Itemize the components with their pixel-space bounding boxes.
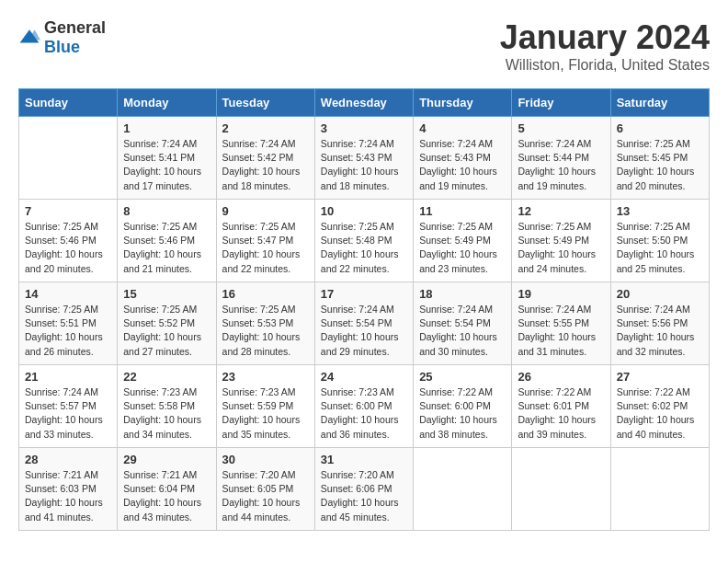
- week-row-3: 14Sunrise: 7:25 AMSunset: 5:51 PMDayligh…: [19, 282, 710, 365]
- title-area: January 2024 Williston, Florida, United …: [500, 18, 710, 74]
- week-row-2: 7Sunrise: 7:25 AMSunset: 5:46 PMDaylight…: [19, 200, 710, 282]
- calendar-cell: 22Sunrise: 7:23 AMSunset: 5:58 PMDayligh…: [118, 365, 216, 448]
- calendar-cell: 17Sunrise: 7:24 AMSunset: 5:54 PMDayligh…: [314, 282, 413, 365]
- day-info: Sunrise: 7:20 AMSunset: 6:06 PMDaylight:…: [321, 468, 407, 524]
- calendar-cell: [610, 448, 709, 531]
- day-number: 3: [321, 121, 407, 135]
- calendar-cell: 23Sunrise: 7:23 AMSunset: 5:59 PMDayligh…: [216, 365, 314, 448]
- day-number: 26: [518, 370, 604, 384]
- calendar-cell: 26Sunrise: 7:22 AMSunset: 6:01 PMDayligh…: [512, 365, 610, 448]
- week-row-1: 1Sunrise: 7:24 AMSunset: 5:41 PMDaylight…: [19, 117, 710, 200]
- day-info: Sunrise: 7:24 AMSunset: 5:44 PMDaylight:…: [518, 137, 604, 193]
- day-info: Sunrise: 7:25 AMSunset: 5:47 PMDaylight:…: [222, 220, 309, 276]
- day-info: Sunrise: 7:24 AMSunset: 5:41 PMDaylight:…: [123, 137, 210, 193]
- day-info: Sunrise: 7:23 AMSunset: 5:58 PMDaylight:…: [123, 385, 210, 442]
- calendar-cell: 25Sunrise: 7:22 AMSunset: 6:00 PMDayligh…: [414, 365, 512, 448]
- day-number: 17: [321, 287, 407, 301]
- calendar-cell: 8Sunrise: 7:25 AMSunset: 5:46 PMDaylight…: [118, 200, 216, 282]
- day-info: Sunrise: 7:25 AMSunset: 5:49 PMDaylight:…: [419, 220, 506, 276]
- day-number: 9: [222, 204, 309, 218]
- day-number: 20: [617, 287, 703, 301]
- week-row-4: 21Sunrise: 7:24 AMSunset: 5:57 PMDayligh…: [19, 365, 710, 448]
- calendar-cell: 11Sunrise: 7:25 AMSunset: 5:49 PMDayligh…: [414, 200, 512, 282]
- day-info: Sunrise: 7:24 AMSunset: 5:54 PMDaylight:…: [419, 303, 506, 359]
- day-info: Sunrise: 7:23 AMSunset: 5:59 PMDaylight:…: [222, 385, 309, 442]
- calendar-cell: 16Sunrise: 7:25 AMSunset: 5:53 PMDayligh…: [216, 282, 314, 365]
- day-number: 28: [25, 453, 111, 466]
- calendar-cell: 2Sunrise: 7:24 AMSunset: 5:42 PMDaylight…: [216, 117, 314, 200]
- calendar-cell: 10Sunrise: 7:25 AMSunset: 5:48 PMDayligh…: [314, 200, 413, 282]
- day-number: 14: [25, 287, 111, 301]
- day-number: 12: [518, 204, 604, 218]
- calendar-title: January 2024: [500, 18, 710, 57]
- day-info: Sunrise: 7:24 AMSunset: 5:42 PMDaylight:…: [222, 137, 309, 193]
- logo-blue: Blue: [44, 38, 80, 56]
- calendar-cell: [414, 448, 512, 531]
- calendar-cell: 12Sunrise: 7:25 AMSunset: 5:49 PMDayligh…: [512, 200, 610, 282]
- day-number: 21: [25, 370, 111, 384]
- logo: General Blue: [18, 18, 106, 57]
- calendar-table: SundayMondayTuesdayWednesdayThursdayFrid…: [18, 88, 710, 531]
- day-number: 1: [123, 121, 210, 135]
- logo-text: General Blue: [44, 18, 106, 57]
- weekday-header-friday: Friday: [512, 89, 610, 117]
- calendar-cell: 31Sunrise: 7:20 AMSunset: 6:06 PMDayligh…: [314, 448, 413, 531]
- calendar-cell: 7Sunrise: 7:25 AMSunset: 5:46 PMDaylight…: [19, 200, 118, 282]
- weekday-header-monday: Monday: [118, 89, 216, 117]
- day-info: Sunrise: 7:22 AMSunset: 6:00 PMDaylight:…: [419, 385, 506, 442]
- day-number: 30: [222, 453, 309, 466]
- day-info: Sunrise: 7:23 AMSunset: 6:00 PMDaylight:…: [321, 385, 407, 442]
- calendar-cell: 28Sunrise: 7:21 AMSunset: 6:03 PMDayligh…: [19, 448, 118, 531]
- day-info: Sunrise: 7:25 AMSunset: 5:50 PMDaylight:…: [617, 220, 703, 276]
- day-info: Sunrise: 7:21 AMSunset: 6:03 PMDaylight:…: [25, 468, 111, 524]
- calendar-cell: 29Sunrise: 7:21 AMSunset: 6:04 PMDayligh…: [118, 448, 216, 531]
- weekday-header-wednesday: Wednesday: [314, 89, 413, 117]
- day-number: 22: [123, 370, 210, 384]
- calendar-cell: 20Sunrise: 7:24 AMSunset: 5:56 PMDayligh…: [610, 282, 709, 365]
- day-number: 4: [419, 121, 506, 135]
- day-info: Sunrise: 7:21 AMSunset: 6:04 PMDaylight:…: [123, 468, 210, 524]
- day-number: 8: [123, 204, 210, 218]
- day-number: 19: [518, 287, 604, 301]
- calendar-cell: 21Sunrise: 7:24 AMSunset: 5:57 PMDayligh…: [19, 365, 118, 448]
- day-info: Sunrise: 7:25 AMSunset: 5:53 PMDaylight:…: [222, 303, 309, 359]
- day-number: 5: [518, 121, 604, 135]
- day-info: Sunrise: 7:22 AMSunset: 6:02 PMDaylight:…: [617, 385, 703, 442]
- logo-general: General: [44, 18, 106, 37]
- week-row-5: 28Sunrise: 7:21 AMSunset: 6:03 PMDayligh…: [19, 448, 710, 531]
- calendar-cell: 6Sunrise: 7:25 AMSunset: 5:45 PMDaylight…: [610, 117, 709, 200]
- weekday-header-thursday: Thursday: [414, 89, 512, 117]
- day-number: 27: [617, 370, 703, 384]
- day-info: Sunrise: 7:25 AMSunset: 5:48 PMDaylight:…: [321, 220, 407, 276]
- day-info: Sunrise: 7:25 AMSunset: 5:52 PMDaylight:…: [123, 303, 210, 359]
- day-number: 24: [321, 370, 407, 384]
- logo-icon: [18, 27, 40, 49]
- calendar-cell: 18Sunrise: 7:24 AMSunset: 5:54 PMDayligh…: [414, 282, 512, 365]
- calendar-cell: [512, 448, 610, 531]
- day-info: Sunrise: 7:24 AMSunset: 5:43 PMDaylight:…: [419, 137, 506, 193]
- calendar-subtitle: Williston, Florida, United States: [500, 57, 710, 74]
- day-info: Sunrise: 7:25 AMSunset: 5:46 PMDaylight:…: [25, 220, 111, 276]
- weekday-header-sunday: Sunday: [19, 89, 118, 117]
- calendar-cell: 14Sunrise: 7:25 AMSunset: 5:51 PMDayligh…: [19, 282, 118, 365]
- calendar-cell: 19Sunrise: 7:24 AMSunset: 5:55 PMDayligh…: [512, 282, 610, 365]
- day-info: Sunrise: 7:25 AMSunset: 5:49 PMDaylight:…: [518, 220, 604, 276]
- day-number: 15: [123, 287, 210, 301]
- day-number: 13: [617, 204, 703, 218]
- calendar-cell: 4Sunrise: 7:24 AMSunset: 5:43 PMDaylight…: [414, 117, 512, 200]
- day-number: 10: [321, 204, 407, 218]
- weekday-header-saturday: Saturday: [610, 89, 709, 117]
- day-info: Sunrise: 7:22 AMSunset: 6:01 PMDaylight:…: [518, 385, 604, 442]
- day-number: 2: [222, 121, 309, 135]
- calendar-cell: 30Sunrise: 7:20 AMSunset: 6:05 PMDayligh…: [216, 448, 314, 531]
- header: General Blue January 2024 Williston, Flo…: [18, 18, 710, 74]
- day-info: Sunrise: 7:25 AMSunset: 5:51 PMDaylight:…: [25, 303, 111, 359]
- day-info: Sunrise: 7:25 AMSunset: 5:46 PMDaylight:…: [123, 220, 210, 276]
- calendar-cell: 15Sunrise: 7:25 AMSunset: 5:52 PMDayligh…: [118, 282, 216, 365]
- day-number: 18: [419, 287, 506, 301]
- calendar-cell: 27Sunrise: 7:22 AMSunset: 6:02 PMDayligh…: [610, 365, 709, 448]
- day-info: Sunrise: 7:24 AMSunset: 5:55 PMDaylight:…: [518, 303, 604, 359]
- weekday-header-row: SundayMondayTuesdayWednesdayThursdayFrid…: [19, 89, 710, 117]
- day-info: Sunrise: 7:24 AMSunset: 5:43 PMDaylight:…: [321, 137, 407, 193]
- calendar-cell: 24Sunrise: 7:23 AMSunset: 6:00 PMDayligh…: [314, 365, 413, 448]
